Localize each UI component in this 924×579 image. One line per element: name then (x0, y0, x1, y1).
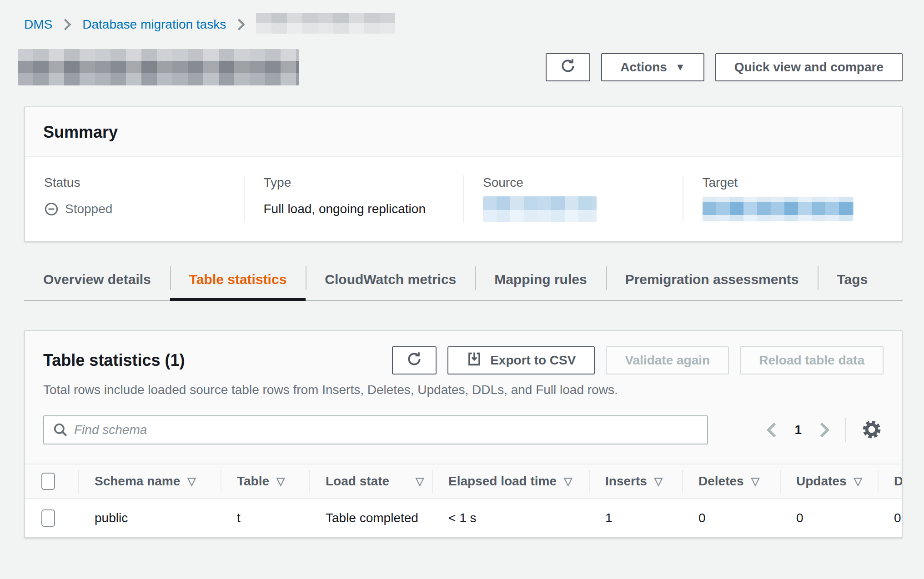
reload-table-data-label: Reload table data (759, 353, 864, 368)
table-header-row: Schema name ▽ Table ▽ Load state ▽ Elaps… (25, 464, 902, 499)
stopped-status-icon (44, 202, 59, 216)
column-header-load-state[interactable]: Load state ▽ (309, 464, 432, 498)
filter-row: 1 (25, 397, 902, 444)
cell-inserts: 1 (589, 511, 682, 525)
current-page-number: 1 (794, 423, 802, 437)
sort-caret-icon[interactable]: ▽ (654, 475, 663, 488)
validate-again-label: Validate again (625, 353, 710, 368)
previous-page-button[interactable] (763, 420, 781, 440)
type-value: Full load, ongoing replication (264, 196, 450, 222)
cell-ddls: 0 (878, 511, 902, 525)
sort-caret-icon[interactable]: ▽ (854, 475, 862, 488)
summary-panel: Summary Status Stopped Type Full load, o… (24, 106, 903, 242)
dms-task-detail-page: DMS Database migration tasks Actions (0, 0, 924, 579)
column-label: Deletes (698, 474, 744, 489)
header-select-all-cell (25, 464, 78, 498)
find-schema-input[interactable] (43, 415, 708, 444)
summary-panel-header: Summary (25, 107, 902, 157)
download-icon (467, 351, 482, 370)
summary-field-status: Status Stopped (25, 175, 244, 222)
sort-caret-icon[interactable]: ▽ (187, 475, 196, 488)
sort-caret-icon[interactable]: ▽ (416, 475, 424, 488)
search-icon (52, 422, 69, 438)
table-refresh-button[interactable] (392, 346, 437, 374)
summary-field-target: Target (683, 175, 902, 222)
cell-load-state: Table completed (309, 511, 432, 525)
table-row: public t Table completed < 1 s 1 0 0 0 (25, 499, 902, 537)
target-link-redacted[interactable] (703, 197, 854, 221)
column-header-deletes[interactable]: Deletes ▽ (682, 464, 780, 498)
export-to-csv-button[interactable]: Export to CSV (447, 346, 595, 374)
table-statistics-title: Table statistics (1) (43, 351, 185, 370)
summary-field-type: Type Full load, ongoing replication (244, 175, 463, 222)
cell-elapsed-load-time: < 1 s (432, 511, 589, 525)
header-actions: Actions ▼ Quick view and compare (546, 53, 903, 81)
column-header-inserts[interactable]: Inserts ▽ (589, 464, 682, 498)
breadcrumb-current-redacted (256, 13, 395, 34)
tab-mapping-rules[interactable]: Mapping rules (475, 265, 606, 301)
refresh-button[interactable] (546, 53, 590, 81)
sort-caret-icon[interactable]: ▽ (751, 475, 759, 488)
sort-caret-icon[interactable]: ▽ (564, 475, 572, 488)
status-text: Stopped (65, 202, 112, 216)
tab-bar: Overview details Table statistics CloudW… (24, 265, 903, 301)
column-label: Updates (796, 474, 846, 489)
tab-premigration-assessments[interactable]: Premigration assessments (606, 265, 818, 301)
table-statistics-description: Total rows include loaded source table r… (25, 374, 902, 397)
pagination: 1 (763, 418, 884, 442)
column-label: Schema name (95, 474, 180, 489)
schema-search (43, 415, 708, 444)
refresh-icon (560, 58, 576, 77)
next-page-button[interactable] (815, 420, 834, 440)
status-label: Status (44, 175, 230, 190)
cell-updates: 0 (780, 511, 878, 525)
page-header: Actions ▼ Quick view and compare (24, 49, 903, 85)
quick-view-button-label: Quick view and compare (734, 60, 884, 75)
column-label: Inserts (605, 474, 647, 489)
quick-view-and-compare-button[interactable]: Quick view and compare (715, 53, 903, 81)
table-statistics-header: Table statistics (1) Export to CSV (25, 331, 902, 374)
column-header-table[interactable]: Table ▽ (221, 464, 309, 498)
sort-caret-icon[interactable]: ▽ (276, 475, 285, 488)
breadcrumb-link-dms[interactable]: DMS (24, 17, 52, 32)
summary-field-source: Source (463, 175, 683, 222)
column-label: Elapsed load time (448, 474, 557, 489)
page-title-redacted (18, 49, 299, 85)
table-statistics-actions: Export to CSV Validate again Reload tabl… (392, 346, 884, 374)
table-preferences-button[interactable] (860, 418, 884, 442)
chevron-right-icon (236, 18, 246, 31)
tab-overview-details[interactable]: Overview details (24, 265, 170, 301)
column-label: Load state (326, 474, 389, 489)
column-header-elapsed-load-time[interactable]: Elapsed load time ▽ (432, 464, 589, 498)
summary-body: Status Stopped Type Full load, ongoing r… (25, 157, 902, 241)
row-select-cell (25, 509, 78, 527)
select-all-checkbox[interactable] (41, 473, 55, 490)
table-statistics-table: Schema name ▽ Table ▽ Load state ▽ Elaps… (25, 464, 902, 537)
source-label: Source (483, 175, 669, 190)
pagination-divider (845, 418, 846, 442)
validate-again-button[interactable]: Validate again (606, 346, 729, 374)
column-header-ddls[interactable]: DDLs (878, 464, 902, 498)
refresh-icon (406, 351, 422, 370)
tab-cloudwatch-metrics[interactable]: CloudWatch metrics (306, 265, 475, 301)
table-statistics-panel: Table statistics (1) Export to CSV (24, 330, 903, 538)
status-value: Stopped (44, 196, 230, 222)
reload-table-data-button[interactable]: Reload table data (740, 346, 884, 374)
actions-button[interactable]: Actions ▼ (601, 53, 704, 81)
cell-deletes: 0 (682, 511, 780, 525)
column-label: DDLs (894, 474, 902, 489)
source-link-redacted[interactable] (483, 196, 597, 222)
row-checkbox[interactable] (41, 509, 55, 527)
cell-table: t (221, 511, 309, 525)
breadcrumb: DMS Database migration tasks (24, 0, 903, 34)
summary-title: Summary (43, 123, 884, 142)
type-label: Type (264, 175, 450, 190)
tab-tags[interactable]: Tags (818, 265, 887, 301)
column-label: Table (237, 474, 269, 489)
chevron-down-icon: ▼ (675, 62, 685, 72)
column-header-updates[interactable]: Updates ▽ (780, 464, 878, 498)
breadcrumb-link-migration-tasks[interactable]: Database migration tasks (82, 17, 226, 32)
export-to-csv-label: Export to CSV (490, 353, 576, 368)
tab-table-statistics[interactable]: Table statistics (170, 265, 306, 301)
column-header-schema-name[interactable]: Schema name ▽ (78, 464, 221, 498)
